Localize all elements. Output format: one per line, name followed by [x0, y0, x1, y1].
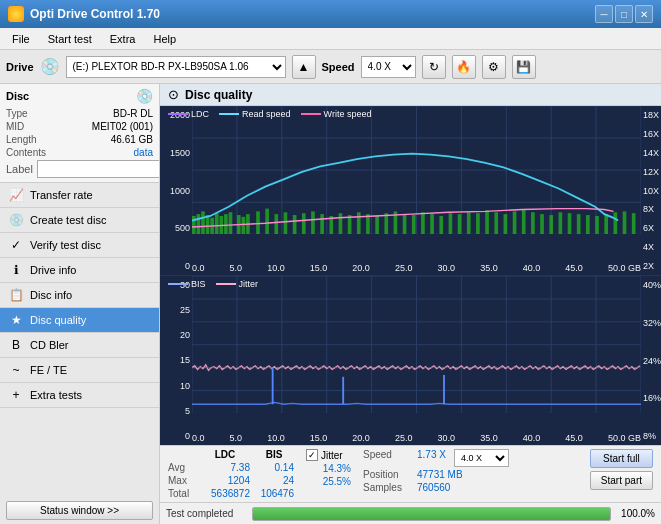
legend-read-speed: Read speed [219, 109, 291, 119]
disc-type-label: Type [6, 108, 28, 119]
svg-rect-58 [531, 212, 535, 234]
drive-select[interactable]: (E:) PLEXTOR BD-R PX-LB950SA 1.06 [66, 56, 286, 78]
speed-info-select[interactable]: 4.0 X [454, 449, 509, 467]
eject-button[interactable]: ▲ [292, 55, 316, 79]
speed-info: Speed 1.73 X 4.0 X Position 47731 MB Sam… [363, 449, 509, 493]
sidebar-item-verify-test-disc-label: Verify test disc [30, 239, 101, 251]
svg-rect-55 [504, 214, 508, 234]
maximize-button[interactable]: □ [615, 5, 633, 23]
start-part-button[interactable]: Start part [590, 471, 653, 490]
svg-rect-31 [284, 212, 288, 234]
svg-rect-53 [485, 210, 489, 234]
chart-bottom-y-left: 30 25 20 15 10 5 0 [160, 276, 192, 445]
jitter-checkbox[interactable]: ✓ [306, 449, 318, 461]
bis-total: 106476 [254, 488, 294, 499]
sidebar-item-transfer-rate-label: Transfer rate [30, 189, 93, 201]
minimize-button[interactable]: ─ [595, 5, 613, 23]
chart-bottom-legend: BIS Jitter [168, 279, 258, 289]
svg-rect-17 [197, 214, 201, 234]
ldc-total: 5636872 [200, 488, 250, 499]
sidebar-item-transfer-rate[interactable]: 📈 Transfer rate [0, 183, 159, 208]
speed-select[interactable]: 4.0 X [361, 56, 416, 78]
disc-contents-value: data [134, 147, 153, 158]
sidebar-item-drive-info[interactable]: ℹ Drive info [0, 258, 159, 283]
svg-rect-18 [201, 211, 205, 234]
speed-info-label: Speed [363, 449, 413, 467]
svg-rect-24 [229, 212, 233, 234]
samples-label: Samples [363, 482, 413, 493]
disc-quality-header-icon: ⊙ [168, 87, 179, 102]
svg-rect-59 [540, 214, 544, 234]
disc-label-row: Label 🔍 [6, 160, 153, 178]
sidebar-item-create-test-disc[interactable]: 💿 Create test disc [0, 208, 159, 233]
svg-rect-65 [595, 216, 599, 234]
burn-button[interactable]: 🔥 [452, 55, 476, 79]
sidebar-item-disc-info[interactable]: 📋 Disc info [0, 283, 159, 308]
disc-label-input[interactable] [37, 160, 160, 178]
refresh-button[interactable]: ↻ [422, 55, 446, 79]
settings-button[interactable]: ⚙ [482, 55, 506, 79]
jitter-section: ✓ Jitter 14.3% 25.5% [306, 449, 351, 487]
ldc-legend-label: LDC [191, 109, 209, 119]
close-button[interactable]: ✕ [635, 5, 653, 23]
sidebar-item-disc-quality[interactable]: ★ Disc quality [0, 308, 159, 333]
sidebar-item-create-test-disc-label: Create test disc [30, 214, 106, 226]
jitter-legend-label: Jitter [239, 279, 259, 289]
disc-section-title: Disc [6, 90, 29, 102]
read-speed-legend-color [219, 113, 239, 115]
ldc-header: LDC [200, 449, 250, 460]
samples-value: 760560 [417, 482, 450, 493]
svg-rect-51 [467, 212, 471, 234]
max-label: Max [168, 475, 196, 486]
sidebar-item-verify-test-disc[interactable]: ✓ Verify test disc [0, 233, 159, 258]
menu-start-test[interactable]: Start test [40, 31, 100, 47]
svg-rect-16 [192, 216, 196, 234]
samples-row: Samples 760560 [363, 482, 509, 493]
menu-extra[interactable]: Extra [102, 31, 144, 47]
title-bar: Opti Drive Control 1.70 ─ □ ✕ [0, 0, 661, 28]
svg-rect-40 [366, 214, 370, 234]
menu-file[interactable]: File [4, 31, 38, 47]
svg-rect-39 [357, 212, 361, 234]
charts-area: LDC Read speed Write speed 2000 1500 [160, 106, 661, 445]
sidebar-item-cd-bler[interactable]: B CD Bler [0, 333, 159, 358]
drive-toolbar: Drive 💿 (E:) PLEXTOR BD-R PX-LB950SA 1.0… [0, 50, 661, 84]
create-test-disc-icon: 💿 [8, 213, 24, 227]
jitter-avg-row: 14.3% [306, 463, 351, 474]
svg-rect-48 [439, 216, 443, 234]
svg-rect-66 [604, 214, 608, 234]
progress-bar-container: Test completed 100.0% [160, 502, 661, 524]
svg-rect-42 [384, 213, 388, 234]
menu-help[interactable]: Help [145, 31, 184, 47]
sidebar-nav: 📈 Transfer rate 💿 Create test disc ✓ Ver… [0, 183, 159, 497]
sidebar-item-drive-info-label: Drive info [30, 264, 76, 276]
disc-label-label: Label [6, 163, 33, 175]
drive-label: Drive [6, 61, 34, 73]
svg-rect-23 [224, 214, 228, 234]
chart-bottom-y-right: 40% 32% 24% 16% 8% [641, 276, 661, 445]
speed-row: Speed 1.73 X 4.0 X [363, 449, 509, 467]
speed-info-value: 1.73 X [417, 449, 446, 467]
svg-rect-45 [412, 215, 416, 234]
chart-top-x-axis: 0.0 5.0 10.0 15.0 20.0 25.0 30.0 35.0 40… [192, 263, 641, 273]
position-row: Position 47731 MB [363, 469, 509, 480]
jitter-avg: 14.3% [306, 463, 351, 474]
svg-rect-34 [311, 211, 315, 234]
cd-bler-icon: B [8, 338, 24, 352]
status-window-button[interactable]: Status window >> [6, 501, 153, 520]
write-speed-legend-label: Write speed [324, 109, 372, 119]
jitter-max: 25.5% [306, 476, 351, 487]
action-buttons: Start full Start part [590, 449, 653, 490]
svg-rect-57 [522, 210, 526, 235]
save-button[interactable]: 💾 [512, 55, 536, 79]
bis-legend-color [168, 283, 188, 285]
sidebar-item-fe-te[interactable]: ~ FE / TE [0, 358, 159, 383]
disc-length-row: Length 46.61 GB [6, 134, 153, 145]
svg-rect-41 [375, 216, 379, 234]
app-title: Opti Drive Control 1.70 [30, 7, 160, 21]
disc-contents-label: Contents [6, 147, 46, 158]
start-full-button[interactable]: Start full [590, 449, 653, 468]
sidebar-item-extra-tests[interactable]: + Extra tests [0, 383, 159, 408]
total-row: Total 5636872 106476 [168, 488, 294, 499]
verify-test-disc-icon: ✓ [8, 238, 24, 252]
